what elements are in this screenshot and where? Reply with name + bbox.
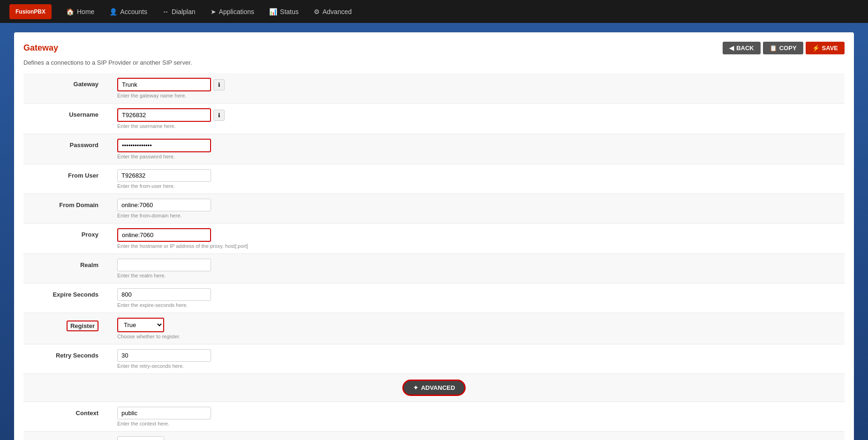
nav-home[interactable]: 🏠 Home	[59, 0, 102, 23]
username-input-row: ℹ	[117, 108, 835, 122]
profile-label: Profile	[23, 432, 108, 440]
proxy-row: Proxy Enter the hostname or IP address o…	[23, 224, 845, 254]
from-user-input-cell: Enter the from-user here.	[108, 164, 845, 194]
from-domain-input-cell: Enter the from-domain here.	[108, 194, 845, 224]
gateway-input[interactable]	[117, 78, 211, 91]
retry-seconds-row: Retry Seconds Enter the retry-seconds he…	[23, 344, 845, 374]
password-label: Password	[23, 134, 108, 164]
profile-input-cell: external internal Enter the profile here…	[108, 432, 845, 440]
nav-applications-label: Applications	[219, 8, 255, 15]
gateway-info-btn[interactable]: ℹ	[213, 79, 225, 90]
password-input-cell: Enter the password here.	[108, 134, 845, 164]
applications-icon: ➤	[211, 8, 216, 15]
from-domain-row: From Domain Enter the from-domain here.	[23, 194, 845, 224]
nav-advanced-label: Advanced	[323, 8, 352, 15]
username-input-cell: ℹ Enter the username here.	[108, 104, 845, 134]
page-header: Gateway ◀ BACK 📋 COPY ⚡ SAVE	[23, 42, 845, 54]
page-wrapper: Gateway ◀ BACK 📋 COPY ⚡ SAVE Defines a c…	[14, 32, 854, 440]
register-label: Register	[67, 321, 98, 331]
navbar: FusionPBX 🏠 Home 👤 Accounts ↔ Dialplan ➤…	[0, 0, 868, 23]
context-row: Context Enter the context here.	[23, 402, 845, 432]
from-domain-label: From Domain	[23, 194, 108, 224]
gateway-input-row: ℹ	[117, 78, 835, 91]
context-label: Context	[23, 402, 108, 432]
accounts-icon: 👤	[109, 8, 117, 15]
advanced-row: ✦ ADVANCED	[23, 374, 845, 402]
advanced-icon: ⚙	[314, 8, 320, 15]
expire-seconds-input-cell: Enter the expire-seconds here.	[108, 283, 845, 313]
retry-seconds-input[interactable]	[117, 349, 211, 362]
proxy-hint: Enter the hostname or IP address of the …	[117, 243, 835, 249]
copy-icon: 📋	[770, 45, 777, 52]
username-hint: Enter the username here.	[117, 123, 835, 129]
back-icon: ◀	[729, 45, 734, 52]
advanced-button[interactable]: ✦ ADVANCED	[402, 380, 466, 396]
realm-hint: Enter the realm here.	[117, 273, 835, 278]
context-hint: Enter the context here.	[117, 421, 835, 426]
nav-home-label: Home	[77, 8, 94, 15]
gateway-label: Gateway	[23, 73, 108, 104]
register-row: Register True False Choose whether to re…	[23, 313, 845, 344]
from-user-input[interactable]	[117, 169, 211, 182]
context-input[interactable]	[117, 407, 211, 419]
header-buttons: ◀ BACK 📋 COPY ⚡ SAVE	[723, 42, 845, 54]
expire-seconds-hint: Enter the expire-seconds here.	[117, 302, 835, 308]
nav-accounts[interactable]: 👤 Accounts	[102, 0, 155, 23]
home-icon: 🏠	[66, 8, 74, 15]
page-title: Gateway	[23, 43, 58, 53]
profile-select[interactable]: external internal	[117, 436, 164, 440]
register-label-cell: Register	[23, 313, 108, 344]
nav-status[interactable]: 📊 Status	[262, 0, 306, 23]
proxy-input-cell: Enter the hostname or IP address of the …	[108, 224, 845, 254]
nav-dialplan[interactable]: ↔ Dialplan	[155, 0, 203, 23]
profile-row: Profile external internal Enter the prof…	[23, 432, 845, 440]
gateway-input-cell: ℹ Enter the gateway name here.	[108, 73, 845, 104]
username-row: Username ℹ Enter the username here.	[23, 104, 845, 134]
form-table: Gateway ℹ Enter the gateway name here. U…	[23, 73, 845, 440]
back-button[interactable]: ◀ BACK	[723, 42, 761, 54]
retry-seconds-label: Retry Seconds	[23, 344, 108, 374]
realm-row: Realm Enter the realm here.	[23, 254, 845, 283]
context-input-cell: Enter the context here.	[108, 402, 845, 432]
from-user-row: From User Enter the from-user here.	[23, 164, 845, 194]
status-icon: 📊	[269, 8, 277, 15]
retry-seconds-hint: Enter the retry-seconds here.	[117, 363, 835, 369]
from-domain-hint: Enter the from-domain here.	[117, 213, 835, 218]
password-input[interactable]	[117, 139, 211, 152]
logo: FusionPBX	[9, 4, 52, 19]
realm-input[interactable]	[117, 259, 211, 271]
nav-accounts-label: Accounts	[120, 8, 147, 15]
nav-advanced[interactable]: ⚙ Advanced	[306, 0, 359, 23]
realm-input-cell: Enter the realm here.	[108, 254, 845, 283]
register-input-cell: True False Choose whether to register.	[108, 313, 845, 344]
proxy-label: Proxy	[23, 224, 108, 254]
retry-seconds-input-cell: Enter the retry-seconds here.	[108, 344, 845, 374]
from-user-hint: Enter the from-user here.	[117, 183, 835, 189]
from-user-label: From User	[23, 164, 108, 194]
save-button[interactable]: ⚡ SAVE	[806, 42, 845, 54]
expire-seconds-label: Expire Seconds	[23, 283, 108, 313]
advanced-star-icon: ✦	[413, 384, 418, 391]
advanced-button-cell: ✦ ADVANCED	[23, 374, 845, 402]
dialplan-icon: ↔	[162, 8, 169, 15]
gateway-row: Gateway ℹ Enter the gateway name here.	[23, 73, 845, 104]
from-domain-input[interactable]	[117, 199, 211, 211]
nav-status-label: Status	[280, 8, 299, 15]
gateway-hint: Enter the gateway name here.	[117, 93, 835, 98]
expire-seconds-input[interactable]	[117, 288, 211, 301]
username-label: Username	[23, 104, 108, 134]
nav-dialplan-label: Dialplan	[172, 8, 196, 15]
proxy-input[interactable]	[117, 228, 211, 242]
register-select[interactable]: True False	[117, 318, 164, 332]
password-row: Password Enter the password here.	[23, 134, 845, 164]
nav-applications[interactable]: ➤ Applications	[203, 0, 262, 23]
username-input[interactable]	[117, 108, 211, 122]
password-hint: Enter the password here.	[117, 154, 835, 159]
register-hint: Choose whether to register.	[117, 334, 835, 339]
save-icon: ⚡	[812, 45, 820, 52]
brand: FusionPBX	[5, 4, 56, 19]
username-info-btn[interactable]: ℹ	[213, 110, 225, 121]
copy-button[interactable]: 📋 COPY	[763, 42, 803, 54]
realm-label: Realm	[23, 254, 108, 283]
expire-seconds-row: Expire Seconds Enter the expire-seconds …	[23, 283, 845, 313]
